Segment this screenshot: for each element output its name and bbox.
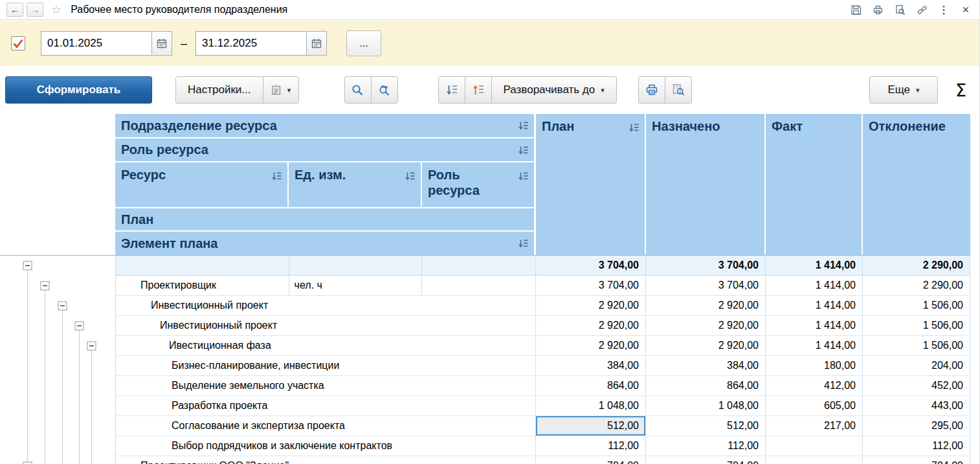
row-label-cell[interactable]: Бизнес-планирование, инвестиции (116, 356, 536, 375)
generate-button[interactable]: Сформировать (5, 76, 152, 104)
value-cell[interactable]: 295,00 (863, 416, 970, 436)
value-cell[interactable]: 512,00 (646, 416, 766, 436)
value-cell[interactable]: 1 506,00 (863, 296, 970, 315)
sort-icon[interactable] (518, 144, 528, 159)
value-cell[interactable] (766, 436, 863, 456)
row-label-cell[interactable]: Инвестиционный проект (116, 296, 536, 315)
sort-icon[interactable] (518, 169, 528, 184)
value-cell[interactable]: 2 920,00 (646, 336, 766, 355)
value-cell[interactable]: 204,00 (863, 356, 970, 375)
value-cell[interactable]: 3 704,00 (646, 256, 766, 275)
value-cell[interactable]: 704,00 (646, 456, 766, 464)
value-cell[interactable]: 217,00 (766, 416, 863, 436)
value-cell[interactable]: 384,00 (646, 356, 766, 375)
value-cell[interactable]: 1 506,00 (863, 316, 970, 335)
link-icon[interactable] (916, 4, 928, 16)
value-cell[interactable]: 1 048,00 (536, 396, 646, 415)
value-cell[interactable]: 180,00 (766, 356, 863, 375)
value-cell[interactable]: 112,00 (646, 436, 766, 456)
header-group-plan[interactable]: План (115, 208, 536, 232)
value-cell[interactable]: 864,00 (536, 376, 646, 395)
period-checkbox[interactable] (11, 36, 25, 50)
value-cell[interactable]: 384,00 (536, 356, 646, 375)
value-cell[interactable]: 3 704,00 (536, 276, 646, 295)
header-col-role[interactable]: Роль ресурса (422, 162, 536, 207)
save-icon[interactable] (850, 4, 862, 16)
value-cell[interactable]: 112,00 (536, 436, 646, 456)
expand-to-button[interactable]: Разворачивать до ▾ (491, 76, 617, 104)
sort-icon[interactable] (405, 169, 415, 184)
value-cell[interactable]: 2 290,00 (863, 276, 970, 295)
row-label-cell[interactable]: Инвестиционный проект (116, 316, 536, 335)
print-preview-button[interactable] (665, 76, 692, 104)
tree-collapse-box[interactable] (87, 342, 96, 350)
row-label-cell[interactable]: Выделение земельного участка (116, 376, 536, 395)
sort-descending-button[interactable] (438, 76, 465, 104)
row-label-cell[interactable] (422, 276, 536, 295)
value-cell[interactable]: 1 048,00 (646, 396, 766, 415)
header-group-plan-element[interactable]: Элемент плана (115, 232, 536, 255)
value-cell[interactable]: 2 920,00 (536, 316, 646, 335)
print-report-button[interactable] (638, 76, 665, 104)
header-group-division[interactable]: Подразделение ресурса (115, 114, 536, 138)
selected-value-cell[interactable]: 512,00 (536, 416, 646, 436)
value-cell[interactable]: 2 290,00 (863, 256, 970, 275)
print-icon[interactable] (872, 4, 884, 16)
date-from-input[interactable] (41, 31, 152, 56)
header-col-plan[interactable]: План (536, 114, 646, 255)
value-cell[interactable]: 1 414,00 (766, 296, 863, 315)
header-col-fact[interactable]: Факт (766, 114, 863, 255)
more-filters-button[interactable]: ... (346, 30, 381, 56)
value-cell[interactable]: 2 920,00 (536, 296, 646, 315)
more-menu-icon[interactable] (938, 4, 950, 16)
sort-icon[interactable] (518, 119, 528, 134)
sort-icon[interactable] (518, 237, 528, 252)
date-from-calendar-button[interactable] (151, 31, 172, 56)
tree-collapse-box[interactable] (58, 302, 67, 310)
value-cell[interactable]: 2 920,00 (646, 316, 766, 335)
value-cell[interactable]: 1 414,00 (766, 256, 863, 275)
value-cell[interactable]: 443,00 (863, 396, 970, 415)
header-col-resource[interactable]: Ресурс (115, 162, 289, 207)
find-on-page-icon[interactable] (894, 4, 906, 16)
forward-button[interactable]: → (27, 3, 43, 17)
search-button[interactable] (344, 76, 372, 104)
value-cell[interactable]: 1 414,00 (766, 316, 863, 335)
close-icon[interactable]: × (960, 4, 972, 16)
tree-collapse-box[interactable] (23, 261, 32, 270)
row-label-cell[interactable]: Согласование и экспертиза проекта (116, 416, 536, 436)
more-actions-button[interactable]: Еще ▾ (869, 76, 938, 104)
favorite-star-icon[interactable]: ☆ (51, 3, 61, 17)
value-cell[interactable]: 704,00 (863, 456, 970, 464)
row-label-cell[interactable]: Выбор подрядчиков и заключение контракто… (116, 436, 536, 456)
back-button[interactable]: ← (6, 3, 23, 17)
date-to-input[interactable] (195, 31, 307, 56)
settings-button[interactable]: Настройки... (175, 76, 263, 104)
row-label-cell[interactable]: Разработка проекта (116, 396, 536, 415)
value-cell[interactable]: 2 920,00 (536, 336, 646, 355)
row-label-cell[interactable] (116, 256, 289, 275)
date-to-calendar-button[interactable] (306, 31, 327, 56)
sort-icon[interactable] (629, 120, 639, 136)
value-cell[interactable]: 1 414,00 (766, 336, 863, 355)
header-col-deviation[interactable]: Отклонение (863, 114, 970, 255)
tree-collapse-box[interactable] (41, 282, 49, 290)
value-cell[interactable]: 3 704,00 (646, 276, 766, 295)
value-cell[interactable]: 3 704,00 (536, 256, 646, 275)
row-label-cell[interactable]: Ивестиционная фаза (116, 336, 536, 355)
value-cell[interactable]: 452,00 (863, 376, 970, 395)
value-cell[interactable]: 1 414,00 (766, 276, 863, 295)
row-label-cell[interactable] (422, 256, 536, 275)
value-cell[interactable] (766, 456, 863, 464)
row-label-cell[interactable]: чел. ч (289, 276, 423, 295)
report-variant-button[interactable]: ▾ (263, 76, 299, 104)
value-cell[interactable]: 704,00 (536, 456, 646, 464)
value-cell[interactable]: 1 506,00 (863, 336, 970, 355)
row-label-cell[interactable] (289, 256, 423, 275)
search-next-button[interactable] (371, 76, 398, 104)
value-cell[interactable]: 864,00 (646, 376, 766, 395)
value-cell[interactable]: 605,00 (766, 396, 863, 415)
value-cell[interactable]: 112,00 (863, 436, 970, 456)
value-cell[interactable]: 412,00 (766, 376, 863, 395)
sort-ascending-button[interactable] (465, 76, 492, 104)
